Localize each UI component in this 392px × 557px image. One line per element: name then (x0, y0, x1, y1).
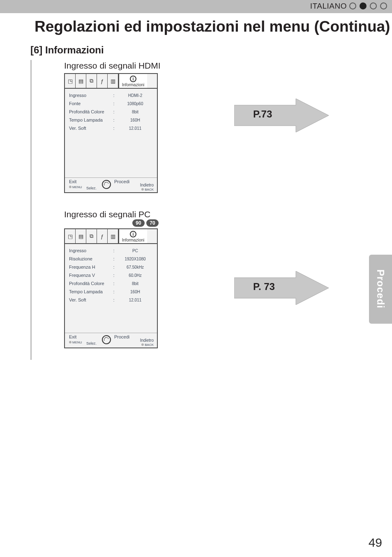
row-label: Ver. Soft (69, 297, 112, 302)
selez-label: Selez. (86, 186, 97, 190)
svg-marker-1 (234, 271, 329, 305)
page-ref-arrow-hdmi: P.73 (234, 99, 329, 132)
tab-active-label: Informazioni (122, 83, 144, 87)
tab-active-label: Informazioni (122, 238, 144, 242)
row: Tempo Lampada:160H (69, 117, 154, 126)
row-value: 12.011 (116, 126, 154, 131)
nav-knob-icon (102, 180, 111, 189)
row: Ver. Soft:12.011 (69, 297, 154, 306)
language-position-dots (349, 2, 387, 9)
tab-active-info: i Informazioni (118, 74, 147, 88)
row: Ingresso:PC (69, 248, 154, 256)
osd-body: Ingresso:HDMI-2 Fonte:1080p60 Profondità… (65, 89, 157, 134)
row-label: Risoluzione (69, 256, 112, 261)
tab-icon-5: ▥ (108, 74, 118, 88)
page-title: Regolazioni ed impostazioni nel menu (Co… (35, 18, 390, 35)
info-icon: i (130, 231, 136, 237)
dot-1 (349, 2, 356, 9)
badge-70: 70 (146, 219, 159, 227)
section-heading: [6] Informazioni (30, 44, 104, 56)
osd-tabs: ◳ ▤ ⧉ ƒ ▥ i Informazioni (65, 229, 157, 244)
tab-icon-3: ⧉ (86, 74, 97, 88)
page-ref-arrow-pc: P. 73 (234, 271, 329, 305)
selez-label: Selez. (86, 341, 97, 345)
dot-3 (370, 2, 377, 9)
page-ref-label: P. 73 (253, 281, 275, 292)
row: Frequenza V:60.0Hz (69, 273, 154, 281)
page-ref-label: P.73 (253, 108, 272, 120)
row: Risoluzione:1920X1080 (69, 256, 154, 265)
row-label: Ver. Soft (69, 126, 112, 131)
row-value: 67.50kHz (116, 265, 154, 269)
osd-panel-hdmi: ◳ ▤ ⧉ ƒ ▥ i Informazioni Ingresso:HDMI-2… (64, 73, 158, 193)
row-value: 8bit (116, 110, 154, 114)
row-label: Profondità Colore (69, 109, 112, 114)
row: Ingresso:HDMI-2 (69, 93, 154, 101)
back-dot-icon (141, 188, 144, 191)
back-dot-icon (141, 343, 144, 346)
back-label: BACK (145, 188, 154, 191)
row-label: Profondità Colore (69, 281, 112, 286)
row: Fonte:1080p60 (69, 101, 154, 109)
dot-4 (380, 2, 387, 9)
language-label: ITALIANO (310, 2, 347, 11)
tab-icon-3: ⧉ (86, 229, 97, 243)
tab-icon-4: ƒ (97, 74, 108, 88)
row: Frequenza H:67.50kHz (69, 265, 154, 273)
row-value: 1080p60 (116, 101, 154, 106)
osd-panel-pc: ◳ ▤ ⧉ ƒ ▥ i Informazioni Ingresso:PC Ris… (64, 228, 158, 348)
osd-footer: Exit MENU Selez. Procedi Indietro BACK (65, 333, 157, 348)
osd-footer: Exit MENU Selez. Procedi Indietro BACK (65, 177, 157, 192)
dot-2 (360, 2, 367, 9)
model-badges: 90 70 (132, 219, 159, 227)
pc-subtitle: Ingresso di segnali PC (64, 209, 150, 219)
tab-active-info: i Informazioni (118, 229, 147, 243)
badge-90: 90 (132, 219, 145, 227)
row: Profondità Colore:8bit (69, 109, 154, 117)
row-value: 8bit (116, 281, 154, 286)
nav-knob-icon (102, 335, 111, 344)
row: Profondità Colore:8bit (69, 281, 154, 289)
tab-icon-2: ▤ (76, 229, 86, 243)
indietro-label: Indietro (140, 183, 154, 187)
page-number: 49 (369, 536, 382, 550)
row-value: 160H (116, 290, 154, 294)
osd-tabs: ◳ ▤ ⧉ ƒ ▥ i Informazioni (65, 74, 157, 89)
tab-icon-5: ▥ (108, 229, 118, 243)
menu-label: MENU (72, 341, 82, 344)
row: Ver. Soft:12.011 (69, 126, 154, 134)
row-value: 1920X1080 (116, 257, 154, 261)
row-value: HDMI-2 (116, 93, 154, 98)
info-icon: i (130, 76, 136, 82)
procedi-label: Procedi (114, 179, 129, 184)
row-value: 12.011 (116, 298, 154, 302)
menu-dot-icon (69, 186, 71, 188)
exit-label: Exit (69, 179, 76, 184)
row-value: PC (116, 249, 154, 253)
row-label: Tempo Lampada (69, 117, 112, 122)
tab-icon-4: ƒ (97, 229, 108, 243)
row-value: 160H (116, 118, 154, 122)
row-value: 60.0Hz (116, 273, 154, 278)
row-label: Fonte (69, 101, 112, 106)
row-label: Frequenza V (69, 273, 112, 278)
menu-label: MENU (72, 185, 82, 189)
tab-icon-1: ◳ (65, 74, 76, 88)
procedi-label: Procedi (114, 334, 129, 339)
tab-icon-2: ▤ (76, 74, 86, 88)
back-label: BACK (145, 343, 154, 347)
vertical-rule (30, 60, 32, 360)
menu-dot-icon (69, 341, 71, 343)
side-tab-procedi: Procedi (369, 255, 392, 324)
row-label: Ingresso (69, 93, 112, 98)
row-label: Ingresso (69, 248, 112, 253)
row-label: Frequenza H (69, 265, 112, 269)
exit-label: Exit (69, 334, 76, 339)
svg-marker-0 (234, 99, 329, 132)
tab-icon-1: ◳ (65, 229, 76, 243)
indietro-label: Indietro (140, 338, 154, 343)
row-label: Tempo Lampada (69, 289, 112, 294)
side-tab-label: Procedi (375, 269, 386, 308)
hdmi-subtitle: Ingresso di segnali HDMI (64, 61, 161, 71)
row: Tempo Lampada:160H (69, 289, 154, 297)
